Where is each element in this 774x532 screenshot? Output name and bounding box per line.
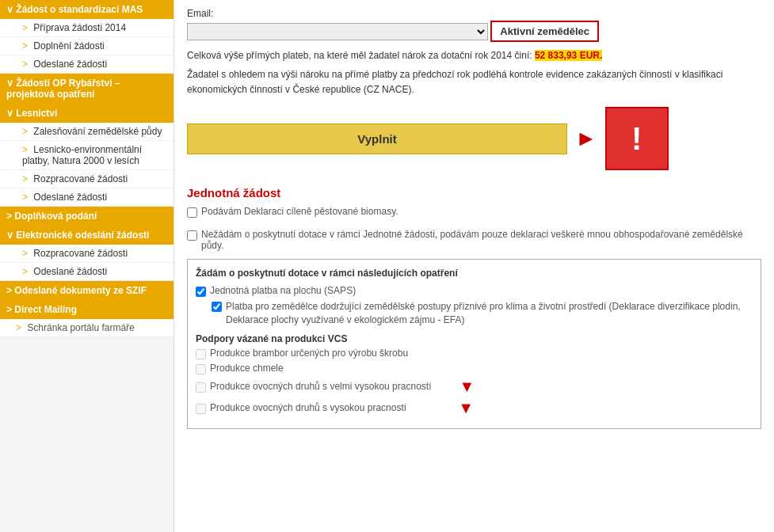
sidebar-section-zadost-standardizaci[interactable]: Žádost o standardizaci MAS bbox=[0, 0, 173, 19]
saps-row: Jednotná platba na plochu (SAPS) bbox=[196, 285, 753, 297]
arrow-icon: > bbox=[22, 266, 28, 277]
warning-text: Žadatel s ohledem na výši nároku na přím… bbox=[187, 67, 761, 97]
dotace-box-title: Žádám o poskytnutí dotace v rámci násled… bbox=[196, 268, 753, 279]
greening-row: Platba pro zemědělce dodržující zeměděls… bbox=[196, 300, 753, 327]
chmel-label: Produkce chmele bbox=[210, 363, 284, 374]
arrow-down-icon-2: ▼ bbox=[458, 399, 474, 417]
sidebar-section-direct-mailing[interactable]: Direct Mailing bbox=[0, 300, 173, 319]
sidebar-item-doplneni-zadosti[interactable]: > Doplnění žádosti bbox=[0, 37, 173, 55]
checkbox-biomasa-label: Podávám Deklaraci cíleně pěstované bioma… bbox=[201, 206, 398, 217]
sidebar-item-rozpracovane-lesnictvi[interactable]: > Rozpracované žádosti bbox=[0, 170, 173, 188]
saps-label: Jednotná platba na plochu (SAPS) bbox=[210, 285, 356, 296]
ovocne-vys-label: Produkce ovocných druhů s velmi vysokou … bbox=[210, 381, 431, 392]
checkbox-saps[interactable] bbox=[196, 287, 206, 297]
sidebar-section-lesnictvi[interactable]: Lesnictví bbox=[0, 104, 173, 123]
greening-label: Platba pro zemědělce dodržující zeměděls… bbox=[226, 300, 753, 327]
sidebar-item-odeslane-zadosti-mas[interactable]: > Odeslané žádosti bbox=[0, 55, 173, 74]
sidebar-section-label: Odeslané dokumenty ze SZIF bbox=[14, 285, 147, 296]
podpory-title: Podpory vázané na produkci VCS bbox=[196, 333, 753, 344]
checkbox-greening[interactable] bbox=[212, 302, 222, 312]
jednotna-zadost-title: Jednotná žádost bbox=[187, 186, 761, 200]
sidebar-item-odeslane-lesnictvi[interactable]: > Odeslané žádosti bbox=[0, 188, 173, 207]
arrow-icon: > bbox=[22, 173, 28, 184]
chmel-row: Produkce chmele bbox=[196, 363, 753, 374]
brambory-row: Produkce brambor určených pro výrobu škr… bbox=[196, 348, 753, 359]
sidebar-section-label: Lesnictví bbox=[16, 108, 57, 119]
arrow-down-icon-1: ▼ bbox=[459, 378, 475, 396]
aktivni-zemedelec-label: Aktivní zemědělec bbox=[500, 25, 589, 37]
arrow-icon: > bbox=[22, 192, 28, 203]
celkova-vyse-text: Celková výše přímých plateb, na které mě… bbox=[187, 48, 761, 63]
sidebar-section-label: Elektronické odeslání žádosti bbox=[16, 230, 149, 241]
checkbox-nedotace[interactable] bbox=[187, 230, 197, 241]
arrow-icon: > bbox=[22, 22, 28, 33]
sidebar-section-label: Doplňková podání bbox=[14, 211, 97, 222]
sidebar-section-label: Direct Mailing bbox=[14, 304, 77, 315]
arrow-icon: > bbox=[22, 126, 28, 137]
brambory-label: Produkce brambor určených pro výrobu škr… bbox=[210, 348, 408, 359]
sidebar: Žádost o standardizaci MAS > Příprava žá… bbox=[0, 0, 174, 532]
dotace-box: Žádám o poskytnutí dotace v rámci násled… bbox=[187, 259, 761, 429]
sidebar-item-zalesneni[interactable]: > Zalesňování zemědělské půdy bbox=[0, 123, 173, 141]
arrow-icon: > bbox=[22, 248, 28, 259]
aktivni-zemedelec-box: Aktivní zemědělec bbox=[490, 21, 599, 42]
sidebar-item-priprava-zadosti[interactable]: > Příprava žádosti 2014 bbox=[0, 19, 173, 37]
sidebar-group-elektronicke: > Rozpracované žádosti > Odeslané žádost… bbox=[0, 245, 173, 281]
ovocne-vys-row: Produkce ovocných druhů s velmi vysokou … bbox=[196, 378, 753, 396]
sidebar-group-zadost-standardizaci: > Příprava žádosti 2014 > Doplnění žádos… bbox=[0, 19, 173, 74]
checkbox-nedotace-row: Nežádám o poskytnutí dotace v rámci Jedn… bbox=[187, 229, 761, 251]
email-label: Email: bbox=[187, 8, 761, 19]
checkbox-ovocne-vys[interactable] bbox=[196, 382, 206, 393]
vyplnit-button[interactable]: Vyplnit bbox=[187, 124, 567, 154]
sidebar-section-odeslane-dokumenty[interactable]: Odeslané dokumenty ze SZIF bbox=[0, 281, 173, 300]
main-content: Email: Aktivní zemědělec Celková výše př… bbox=[174, 0, 774, 532]
checkbox-brambory[interactable] bbox=[196, 349, 206, 359]
arrow-icon: > bbox=[22, 144, 28, 155]
checkbox-biomasa[interactable] bbox=[187, 207, 197, 218]
ovocne-high-row: Produkce ovocných druhů s vysokou pracno… bbox=[196, 399, 753, 417]
checkbox-biomasa-row: Podávám Deklaraci cíleně pěstované bioma… bbox=[187, 206, 761, 218]
arrow-right-icon: ► bbox=[575, 126, 597, 151]
sidebar-item-schranka[interactable]: > Schránka portálu farmáře bbox=[0, 319, 173, 337]
arrow-icon: > bbox=[16, 322, 21, 333]
celkova-vyse-amount: 52 833,93 EUR. bbox=[535, 50, 602, 61]
email-select[interactable] bbox=[187, 23, 488, 40]
checkbox-nedotace-label: Nežádám o poskytnutí dotace v rámci Jedn… bbox=[201, 229, 761, 251]
exclaim-box: ! bbox=[605, 107, 669, 170]
sidebar-item-odeslane-el[interactable]: > Odeslané žádosti bbox=[0, 263, 173, 281]
checkbox-chmel[interactable] bbox=[196, 364, 206, 374]
sidebar-item-rozpracovane-el[interactable]: > Rozpracované žádosti bbox=[0, 245, 173, 263]
arrow-icon: > bbox=[22, 59, 28, 70]
sidebar-group-lesnictvi: > Zalesňování zemědělské půdy > Lesnicko… bbox=[0, 123, 173, 207]
arrow-icon: > bbox=[22, 40, 28, 51]
sidebar-section-label: Žádosti OP Rybářství – projektová opatře… bbox=[6, 78, 120, 100]
vyplnit-area: Vyplnit ► ! bbox=[187, 107, 761, 170]
sidebar-item-lesnicko-env[interactable]: > Lesnicko-environmentální platby, Natur… bbox=[0, 141, 173, 170]
ovocne-high-label: Produkce ovocných druhů s vysokou pracno… bbox=[210, 402, 406, 413]
exclaim-mark: ! bbox=[631, 121, 642, 157]
sidebar-section-label: Žádost o standardizaci MAS bbox=[16, 4, 143, 15]
sidebar-section-doplnkova[interactable]: Doplňková podání bbox=[0, 207, 173, 226]
sidebar-section-op-rybarstvi[interactable]: Žádosti OP Rybářství – projektová opatře… bbox=[0, 74, 173, 104]
sidebar-section-elektronicke[interactable]: Elektronické odeslání žádosti bbox=[0, 226, 173, 245]
checkbox-ovocne-high[interactable] bbox=[196, 404, 206, 414]
